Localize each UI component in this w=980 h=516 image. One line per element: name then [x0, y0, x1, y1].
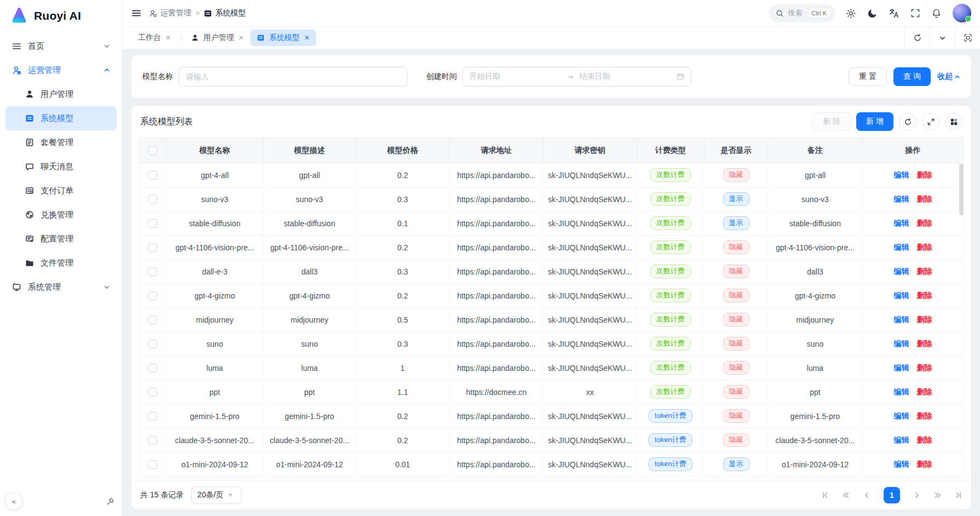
sidebar-item-user-management[interactable]: 用户管理: [5, 82, 117, 106]
edit-link[interactable]: 编辑: [894, 411, 909, 420]
sidebar-item-operations[interactable]: 运营管理: [5, 58, 117, 82]
first-page-button[interactable]: [821, 491, 829, 499]
refresh-icon[interactable]: [899, 113, 916, 130]
sidebar-item-payment-orders[interactable]: 支付订单: [5, 179, 117, 203]
edit-link[interactable]: 编辑: [894, 435, 909, 444]
edit-link[interactable]: 编辑: [894, 267, 909, 276]
row-checkbox[interactable]: [148, 243, 157, 252]
breadcrumb-current[interactable]: 系统模型: [204, 8, 246, 18]
search-icon: [776, 9, 784, 18]
breadcrumb-parent[interactable]: 运营管理: [149, 8, 191, 18]
edit-link[interactable]: 编辑: [894, 315, 909, 324]
sidebar-item-system-model[interactable]: 系统模型: [5, 106, 117, 130]
dark-mode-moon-icon[interactable]: [867, 8, 878, 19]
delete-link[interactable]: 删除: [917, 243, 932, 251]
delete-link[interactable]: 删除: [917, 339, 932, 348]
billing-type-tag: 次数计费: [650, 289, 691, 302]
delete-link[interactable]: 删除: [917, 170, 932, 179]
visibility-tag: 隐藏: [723, 168, 749, 181]
model-name-input[interactable]: [179, 67, 408, 87]
row-checkbox[interactable]: [148, 436, 157, 445]
user-avatar[interactable]: [953, 4, 971, 22]
add-button[interactable]: 新 增: [856, 112, 893, 131]
cell-actions: 编辑删除: [863, 163, 964, 187]
search-input[interactable]: 搜索 Ctrl K: [769, 4, 835, 22]
page-size-select[interactable]: 20条/页 ▼: [191, 486, 242, 504]
expand-icon[interactable]: [922, 113, 939, 130]
row-checkbox[interactable]: [148, 460, 157, 469]
delete-button[interactable]: 删 除: [812, 112, 851, 131]
vertical-scrollbar[interactable]: [959, 164, 964, 215]
notification-bell-icon[interactable]: [931, 8, 942, 19]
row-checkbox[interactable]: [148, 388, 157, 397]
delete-link[interactable]: 删除: [917, 315, 932, 324]
edit-link[interactable]: 编辑: [894, 291, 909, 300]
pin-icon[interactable]: [106, 497, 114, 506]
edit-link[interactable]: 编辑: [894, 194, 909, 203]
close-icon[interactable]: ✕: [238, 34, 244, 42]
current-page[interactable]: 1: [884, 487, 900, 503]
prev-group-button[interactable]: [842, 491, 850, 499]
reset-button[interactable]: 重 置: [849, 67, 887, 86]
last-page-button[interactable]: [955, 491, 962, 499]
row-checkbox[interactable]: [148, 195, 157, 204]
delete-link[interactable]: 删除: [917, 219, 932, 227]
date-range-picker[interactable]: 开始日期 结束日期: [462, 67, 691, 87]
maximize-icon[interactable]: [955, 27, 980, 49]
delete-link[interactable]: 删除: [917, 363, 932, 372]
delete-link[interactable]: 删除: [917, 387, 932, 396]
delete-link[interactable]: 删除: [917, 194, 932, 203]
close-icon[interactable]: ✕: [304, 34, 310, 42]
delete-link[interactable]: 删除: [917, 411, 932, 420]
sidebar-item-home[interactable]: 首页: [5, 34, 117, 58]
edit-link[interactable]: 编辑: [894, 170, 909, 179]
select-all-checkbox[interactable]: [148, 146, 157, 155]
collapse-filter-link[interactable]: 收起: [937, 72, 960, 82]
edit-link[interactable]: 编辑: [894, 219, 909, 227]
row-checkbox[interactable]: [148, 340, 157, 348]
tab-system-model[interactable]: 系统模型 ✕: [250, 30, 316, 46]
edit-link[interactable]: 编辑: [894, 339, 909, 348]
sidebar-collapse-button[interactable]: «: [5, 493, 22, 509]
row-checkbox[interactable]: [148, 171, 157, 180]
edit-link[interactable]: 编辑: [894, 460, 909, 468]
cell-model-price: 0.3: [356, 332, 450, 356]
delete-link[interactable]: 删除: [917, 460, 932, 468]
tab-workbench[interactable]: 工作台 ✕: [131, 30, 177, 46]
fullscreen-icon[interactable]: [910, 8, 920, 18]
prev-page-button[interactable]: [863, 491, 870, 499]
column-header: 模型描述: [263, 138, 356, 163]
sidebar-item-file-management[interactable]: 文件管理: [5, 251, 117, 275]
next-group-button[interactable]: [934, 491, 942, 499]
hamburger-icon[interactable]: [131, 8, 141, 18]
cell-model-price: 1: [356, 356, 450, 380]
tab-user-management[interactable]: 用户管理 ✕: [185, 30, 250, 46]
delete-link[interactable]: 删除: [917, 435, 932, 444]
row-checkbox[interactable]: [148, 364, 157, 372]
gear-icon[interactable]: [846, 8, 856, 19]
delete-link[interactable]: 删除: [917, 291, 932, 300]
row-checkbox[interactable]: [148, 267, 157, 276]
refresh-icon[interactable]: [904, 27, 930, 49]
row-checkbox[interactable]: [148, 316, 157, 324]
row-checkbox[interactable]: [148, 412, 157, 421]
cell-actions: 编辑删除: [863, 187, 964, 211]
row-checkbox[interactable]: [148, 219, 157, 228]
sidebar-item-redeem-management[interactable]: 兑换管理: [5, 203, 117, 227]
edit-link[interactable]: 编辑: [894, 387, 909, 396]
sidebar-footer: «: [0, 491, 122, 516]
sidebar-item-config-management[interactable]: 配置管理: [5, 227, 117, 251]
edit-link[interactable]: 编辑: [894, 243, 909, 251]
translate-icon[interactable]: [889, 8, 899, 19]
sidebar-item-system-management[interactable]: 系统管理: [5, 275, 117, 299]
chevron-down-icon[interactable]: [930, 27, 955, 49]
edit-link[interactable]: 编辑: [894, 363, 909, 372]
column-settings-icon[interactable]: [945, 113, 962, 130]
delete-link[interactable]: 删除: [917, 267, 932, 276]
sidebar-item-chat-messages[interactable]: 聊天消息: [5, 154, 117, 179]
next-page-button[interactable]: [913, 491, 921, 499]
close-icon[interactable]: ✕: [165, 34, 171, 42]
sidebar-item-package-management[interactable]: 套餐管理: [5, 130, 117, 154]
row-checkbox[interactable]: [148, 291, 157, 300]
search-button[interactable]: 查 询: [893, 67, 931, 86]
